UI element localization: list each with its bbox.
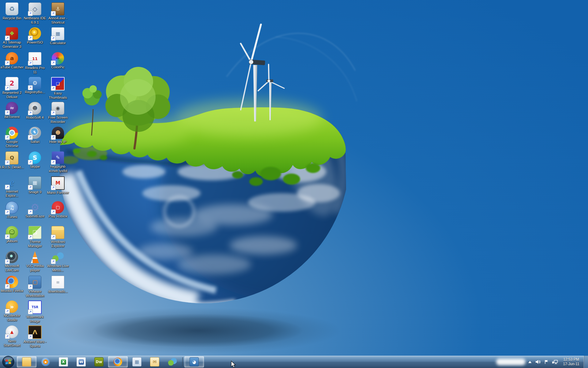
registry-booster-icon: ⚙↗ (29, 77, 41, 89)
desktop-icon-hide-my-ip[interactable]: ☻↗Hide My IP (46, 127, 70, 144)
poweriso-icon: ↗ (29, 27, 41, 40)
desktop-icon-calculator[interactable]: ▦↗Calculator (46, 27, 70, 45)
running-app-icon: ◕ (190, 357, 199, 366)
desktop-icon-ncollector-studio[interactable]: »↗NCollector Studio (0, 301, 24, 322)
ancient-wars-sparta-icon: Λ↗ (28, 325, 42, 339)
taskbar-running-app-button[interactable]: ◕ (184, 356, 204, 367)
desktop-icon-label: ColorPic (46, 65, 70, 70)
desktop-icon-google-chrome[interactable]: ↗Google Chrome (0, 127, 24, 148)
desktop-icon-atube-catcher[interactable]: a↗aTube Catcher (0, 52, 24, 70)
desktop-icon-play-roblox[interactable]: ▢↗Play Roblox (46, 201, 70, 219)
desktop-icon-label: Calculator (46, 41, 70, 45)
anno4-icon: ⚓↗ (51, 2, 64, 15)
desktop-icon-watermark-image[interactable]: TSR↗Watermark Image (23, 301, 47, 323)
dreamweaver-icon: Dw (94, 357, 104, 366)
desktop-icon-colorpic[interactable]: ✎↗ColorPic (46, 52, 70, 70)
icon-glyph: ▶ (43, 359, 48, 364)
desktop-icon-bejeweled-2-deluxe[interactable]: 2↗Bejeweled 2 Deluxe (0, 77, 24, 99)
ncollector-icon: »↗ (6, 301, 18, 313)
running-app-icon: ◕ (190, 357, 199, 366)
desktop-icon-vmware-workstation[interactable]: ▢↗VMware Workstation (23, 276, 47, 298)
chrome-icon: ↗ (6, 127, 18, 139)
start-button[interactable] (0, 356, 17, 368)
safari-icon: ✦↗ (29, 127, 41, 139)
icon-glyph: ▲ (10, 330, 14, 334)
shortcut-arrow-icon: ↗ (28, 11, 33, 16)
desktop-icon-a1-sitemap-generator-3[interactable]: ❖↗A1 Sitemap Generator 3 (0, 27, 24, 49)
desktop-icon-downloads[interactable]: ≡downloads... (46, 276, 70, 294)
calculator-icon: ▦ (132, 357, 141, 366)
action-center-flag-icon[interactable] (543, 356, 550, 368)
desktop-icon-windows-live-mess[interactable]: ↗Windows Live Mess... (46, 251, 70, 272)
taskbar-word-button[interactable]: W (73, 356, 90, 367)
taskbar-dreamweaver-button[interactable]: Dw (90, 356, 107, 367)
desktop-icon-theme-manager[interactable]: ❏↗Theme Manager (23, 226, 47, 248)
hidden-icons-arrow[interactable] (527, 356, 533, 368)
desktop-icon-itunes[interactable]: ♫↗iTunes (0, 201, 24, 219)
taskbar-windows-explorer-button[interactable] (17, 356, 36, 367)
desktop-icon-registrybo[interactable]: ⚙↗RegistryBo... (23, 77, 47, 94)
desktop-icon-hxggxghb-xcnvb-iyx8d[interactable]: ✎↗hxggxghb xcnvb iyx8d (46, 151, 70, 173)
desktop-icon-jalbum[interactable]: ☺↗jAlbum (0, 226, 24, 243)
submiteaze-icon: ⚙↗ (29, 201, 41, 213)
desktop-icon-robosoft-4[interactable]: ☻↗RoboSoft 4 (23, 102, 47, 120)
desktop-icon-recycle-bin[interactable]: ♻Recycle Bin (0, 2, 24, 21)
desktop-icon-mario-forever[interactable]: M↗Mario Forever (46, 176, 70, 195)
vmware-icon: ▢↗ (28, 276, 41, 289)
icon-glyph: ◕ (192, 360, 196, 364)
icon-glyph: M (55, 181, 60, 186)
icon-glyph: ▦ (32, 180, 37, 185)
desktop-icon-internet-explor[interactable]: e↗Internet Explor... (0, 176, 24, 198)
taskbar-excel-button[interactable]: X (55, 356, 72, 367)
taskbar-outlook-button[interactable]: ✉ (146, 356, 163, 367)
network-icon[interactable] (550, 356, 560, 368)
desktop-icon-label: downloads... (46, 289, 70, 294)
desktop-icon-nero-startsmart[interactable]: ▲↗Nero StartSmart (0, 325, 24, 347)
shortcut-arrow-icon: ↗ (28, 160, 33, 165)
shortcut-arrow-icon: ↗ (51, 209, 56, 214)
desktop-icon-readiris-pro-11[interactable]: 11↗Readiris Pro 11 (23, 52, 47, 74)
desktop-icon-i-r-i-s-deskt[interactable]: Q↗I.R.I.S. Deskt... (0, 151, 24, 170)
desktop-icon-microsoft-lifecam[interactable]: ↗Microsoft LifeCam (0, 251, 24, 272)
outlook-icon: ✉ (150, 357, 159, 366)
show-desktop-button[interactable] (584, 356, 588, 368)
shortcut-arrow-icon: ↗ (5, 110, 10, 115)
taskbar: ▶XWDw▦✉◕ (0, 356, 588, 368)
windows-explorer-icon: ↗ (51, 226, 64, 239)
taskbar-firefox-button[interactable] (108, 356, 128, 367)
excel-icon: X (59, 357, 68, 366)
shortcut-arrow-icon: ↗ (28, 135, 33, 140)
taskbar-windows-live-messenger-button[interactable] (164, 356, 181, 367)
shortcut-arrow-icon: ↗ (28, 309, 33, 314)
desktop-icon-label: Windows Live Mess... (46, 264, 70, 272)
free-screen-recorder-icon: ◉↗ (51, 102, 64, 115)
desktop-icon-bittorrent[interactable]: ≈↗BitTorrent (0, 102, 24, 119)
desktop-icon-anno4-exe-shortcut[interactable]: ⚓↗Anno4.exe - Shortcut (46, 2, 70, 25)
desktop-icon-vlc-media-player[interactable]: ↗VLC media player (23, 251, 47, 272)
shortcut-arrow-icon: ↗ (5, 160, 10, 165)
desktop-icon-netbeans-ide-6-9-1[interactable]: ◇↗NetBeans IDE 6.9.1 (23, 2, 47, 25)
desktop-icon-free-screen-recorder[interactable]: ◉↗Free Screen Recorder (46, 102, 70, 124)
desktop-icon-windows-explorer[interactable]: ↗Windows Explorer (46, 226, 70, 248)
clock-date: 17-Jun-11 (563, 362, 579, 366)
taskbar-calculator-button[interactable]: ▦ (128, 356, 145, 367)
system-tray: 12:53 PM 17-Jun-11 (496, 356, 588, 368)
tray-clock[interactable]: 12:53 PM 17-Jun-11 (560, 357, 582, 366)
desktop-icon-label: Bejeweled 2 Deluxe (0, 91, 24, 99)
desktop-icon-label: Windows Explorer (46, 240, 70, 248)
icon-glyph: ▦ (55, 31, 60, 36)
desktop-icon-ancient-wars-sparta[interactable]: Λ↗Ancient Wars - Sparta (23, 325, 47, 348)
desktop-icon-mozilla-firefox[interactable]: ↗Mozilla Firefox (0, 276, 24, 293)
desktop-icon-easy-thumbnails[interactable]: ❏↗Easy Thumbnails (46, 77, 70, 100)
desktop-icon-skype[interactable]: S↗Skype (23, 151, 47, 169)
outlook-icon: ✉ (150, 357, 159, 366)
taskbar-windows-media-player-button[interactable]: ▶ (37, 356, 54, 367)
shortcut-arrow-icon: ↗ (51, 11, 56, 16)
desktop-icon-poweriso[interactable]: ↗PowerISO (23, 27, 47, 45)
desktop-icon-safari[interactable]: ✦↗Safari (23, 127, 47, 144)
desktop-icon-snagit-9[interactable]: ▦↗Snagit 9 (23, 176, 47, 194)
desktop-icon-submiteaze[interactable]: ⚙↗SubmitEaze (23, 201, 47, 219)
shortcut-arrow-icon: ↗ (28, 85, 33, 90)
volume-icon[interactable] (533, 356, 543, 368)
jalbum-icon: ☺↗ (6, 226, 18, 238)
